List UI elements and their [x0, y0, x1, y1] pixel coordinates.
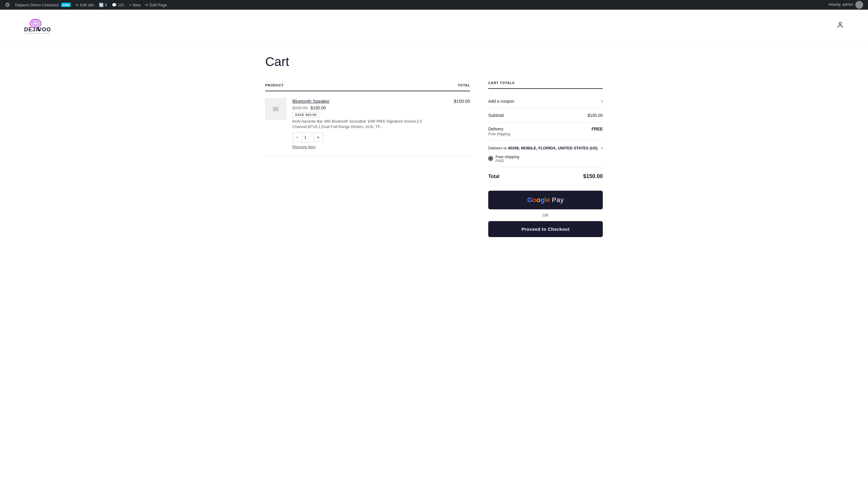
remove-item-link[interactable]: Remove item	[292, 144, 315, 149]
cart-sidebar: CART TOTALS Add a coupon › Subtotal $150…	[488, 81, 603, 237]
coupon-row[interactable]: Add a coupon ›	[488, 94, 603, 109]
product-col-header: PRODUCT	[265, 84, 284, 87]
howdy-label: Howdy, admin	[829, 2, 853, 7]
svg-text:VOO: VOO	[38, 27, 51, 33]
subtotal-row: Subtotal $150.00	[488, 109, 603, 122]
free-shipping-badge: FREE	[495, 159, 519, 163]
admin-bar-edit-page[interactable]: ✏ Edit Page	[143, 0, 169, 10]
svg-text:an IPOS systems company: an IPOS systems company	[25, 32, 50, 34]
product-name-link[interactable]: Bluetooth Speaker	[292, 98, 330, 104]
radio-selected-indicator	[490, 157, 492, 160]
user-account-icon[interactable]	[837, 22, 844, 30]
svg-point-6	[839, 22, 841, 25]
admin-bar-updates[interactable]: 🔄 9	[96, 0, 110, 10]
coupon-chevron-icon: ›	[601, 98, 603, 104]
free-shipping-radio[interactable]	[488, 156, 493, 161]
save-badge: SAVE $50.00	[292, 112, 319, 118]
free-shipping-option: Free shipping FREE	[488, 154, 603, 163]
svg-point-2	[34, 22, 37, 25]
total-col-header: TOTAL	[458, 84, 470, 87]
delivery-row: Delivery Free shipping FREE	[488, 122, 603, 141]
subtotal-label: Subtotal	[488, 113, 504, 118]
admin-bar-site-name[interactable]: Dejavoo Demo Checkout Live	[13, 0, 73, 10]
admin-bar-comments[interactable]: 💬 101	[110, 0, 127, 10]
delivers-to-label: Delivers to 40299, MOBILE, FLORIDA, UNIT…	[488, 146, 598, 150]
main-content: Cart PRODUCT TOTAL	[253, 42, 615, 249]
gpay-pay-label: Pay	[552, 196, 564, 204]
admin-avatar[interactable]	[855, 1, 863, 9]
comments-count: 101	[118, 3, 124, 7]
pencil-icon: ✏	[145, 3, 149, 7]
google-pay-button[interactable]: Google Pay	[488, 191, 603, 209]
cart-layout: PRODUCT TOTAL B	[265, 81, 603, 237]
cart-item: Bluetooth Speaker $200.00 $150.00 SAVE $…	[265, 91, 470, 157]
proceed-to-checkout-button[interactable]: Proceed to Checkout	[488, 221, 603, 237]
new-label: New	[133, 3, 141, 7]
site-header: DEJA VOO an IPOS systems company	[0, 10, 868, 42]
howdy-text: Howdy, admin	[826, 1, 866, 9]
or-divider: OR	[488, 213, 603, 218]
comments-icon: 💬	[112, 3, 117, 7]
quantity-control: − +	[292, 133, 323, 142]
page-wrapper: DEJA VOO an IPOS systems company Cart PR…	[0, 10, 868, 488]
product-image	[265, 98, 286, 120]
admin-bar-wp-logo[interactable]: ⚙	[2, 0, 13, 10]
updates-icon: 🔄	[99, 3, 104, 7]
page-title: Cart	[265, 55, 603, 69]
gpay-icon: Google	[527, 196, 550, 204]
delivers-chevron-icon: ›	[601, 145, 603, 151]
product-info: Bluetooth Speaker $200.00 $150.00 SAVE $…	[292, 98, 448, 149]
quantity-increase-button[interactable]: +	[314, 133, 323, 142]
sale-price: $150.00	[311, 105, 326, 110]
total-final-row: Total $150.00	[488, 167, 603, 186]
admin-bar-edit-site[interactable]: ✏ Edit site	[73, 0, 96, 10]
delivers-to-address: 40299, MOBILE, FLORIDA, UNITED STATES (U…	[508, 146, 598, 150]
delivery-value: FREE	[592, 127, 603, 131]
free-shipping-text-group: Free shipping FREE	[495, 154, 519, 163]
delivery-label: Delivery	[488, 127, 510, 131]
edit-site-label: Edit site	[80, 3, 94, 7]
original-price: $200.00	[292, 105, 308, 110]
logo-svg: DEJA VOO an IPOS systems company	[24, 17, 60, 35]
live-badge: Live	[61, 3, 71, 7]
item-total: $150.00	[454, 98, 470, 104]
delivery-label-group: Delivery Free shipping	[488, 127, 510, 136]
total-value: $150.00	[583, 173, 603, 180]
delivery-sub-label: Free shipping	[488, 132, 510, 136]
cart-totals-header: CART TOTALS	[488, 81, 603, 89]
admin-bar: ⚙ Dejavoo Demo Checkout Live ✏ Edit site…	[0, 0, 868, 10]
edit-page-label: Edit Page	[150, 3, 167, 7]
quantity-input[interactable]	[302, 133, 314, 142]
cart-items-section: PRODUCT TOTAL B	[265, 81, 470, 157]
product-prices: $200.00 $150.00	[292, 105, 448, 110]
site-name-label: Dejavoo Demo Checkout	[15, 3, 59, 7]
svg-text:DEJA: DEJA	[24, 27, 40, 33]
admin-bar-new[interactable]: + New	[127, 0, 143, 10]
logo[interactable]: DEJA VOO an IPOS systems company	[24, 17, 60, 35]
total-label: Total	[488, 174, 499, 179]
delivers-to-row: Delivers to 40299, MOBILE, FLORIDA, UNIT…	[488, 141, 603, 167]
edit-icon: ✏	[76, 3, 79, 7]
quantity-decrease-button[interactable]: −	[293, 133, 302, 142]
free-shipping-label: Free shipping	[495, 155, 519, 159]
updates-count: 9	[105, 3, 107, 7]
delivers-to-header[interactable]: Delivers to 40299, MOBILE, FLORIDA, UNIT…	[488, 145, 603, 151]
subtotal-value: $150.00	[587, 113, 603, 118]
cart-table-header: PRODUCT TOTAL	[265, 81, 470, 91]
product-description: boAt Aavante Bar 490 Bluetooth Soundbar …	[292, 119, 448, 130]
svg-point-1	[32, 21, 39, 26]
coupon-label: Add a coupon	[488, 99, 514, 104]
plus-icon: +	[129, 3, 132, 7]
